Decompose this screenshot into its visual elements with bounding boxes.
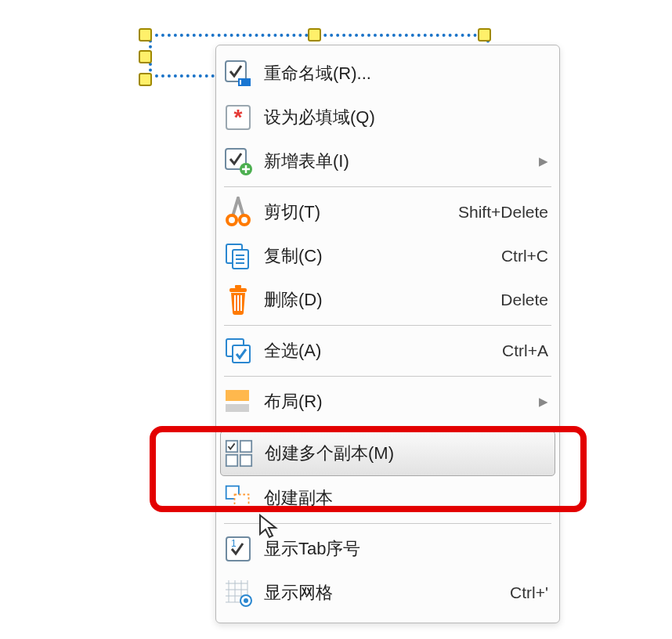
layout-icon	[224, 388, 252, 416]
svg-point-7	[227, 215, 237, 225]
menu-item-copy[interactable]: 复制(C) Ctrl+C	[216, 234, 559, 278]
svg-point-40	[244, 598, 248, 603]
menu-separator	[224, 427, 551, 428]
svg-rect-24	[240, 441, 251, 452]
resize-handle-top-middle[interactable]	[308, 28, 321, 42]
context-menu: 重命名域(R)... * 设为必填域(Q) 新增表单(I) ▶	[215, 45, 560, 623]
resize-handle-top-left[interactable]	[139, 28, 152, 42]
menu-item-show-tab-order[interactable]: 1 显示Tab序号	[216, 527, 559, 571]
resize-handle-bottom-left[interactable]	[139, 73, 152, 86]
menu-label: 剪切(T)	[264, 200, 446, 224]
menu-label: 复制(C)	[264, 244, 490, 268]
selectall-icon	[224, 337, 252, 365]
resize-handle-middle-left[interactable]	[139, 50, 152, 63]
menu-item-show-grid[interactable]: 显示网格 Ctrl+'	[216, 571, 559, 615]
add-form-icon	[224, 147, 252, 175]
menu-item-required[interactable]: * 设为必填域(Q)	[216, 96, 559, 139]
menu-separator	[224, 325, 551, 326]
menu-label: 创建副本	[264, 486, 548, 510]
menu-item-newform[interactable]: 新增表单(I) ▶	[216, 139, 559, 183]
submenu-arrow-icon: ▶	[531, 395, 548, 409]
menu-shortcut: Delete	[500, 291, 548, 309]
menu-label: 设为必填域(Q)	[264, 106, 548, 129]
svg-rect-28	[235, 495, 249, 509]
svg-text:1: 1	[231, 538, 237, 549]
menu-label: 删除(D)	[264, 288, 489, 312]
menu-item-create-copy[interactable]: 创建副本	[216, 476, 559, 520]
svg-rect-26	[240, 455, 251, 466]
checkbox-rename-icon	[224, 60, 252, 88]
menu-shortcut: Shift+Delete	[458, 203, 548, 222]
menu-label: 显示Tab序号	[264, 537, 548, 561]
menu-separator	[224, 523, 551, 524]
menu-separator	[224, 186, 551, 187]
grid-copies-icon	[225, 439, 253, 468]
menu-label: 创建多个副本(M)	[265, 442, 547, 465]
trash-icon	[224, 286, 252, 314]
menu-shortcut: Ctrl+C	[501, 247, 548, 265]
menu-label: 显示网格	[264, 581, 498, 605]
copy-icon	[224, 242, 252, 270]
menu-item-layout[interactable]: 布局(R) ▶	[216, 380, 559, 424]
resize-handle-top-right[interactable]	[478, 28, 491, 42]
menu-item-create-multiple-copies[interactable]: 创建多个副本(M)	[220, 431, 555, 476]
menu-label: 重命名域(R)...	[264, 62, 548, 85]
menu-label: 新增表单(I)	[264, 150, 519, 173]
svg-rect-15	[235, 285, 241, 288]
menu-item-delete[interactable]: 删除(D) Delete	[216, 278, 559, 322]
svg-text:*: *	[234, 105, 243, 129]
svg-rect-25	[226, 455, 237, 466]
tab-order-icon: 1	[224, 535, 252, 563]
submenu-arrow-icon: ▶	[531, 154, 548, 168]
menu-item-selectall[interactable]: 全选(A) Ctrl+A	[216, 329, 559, 373]
svg-rect-22	[226, 404, 249, 412]
svg-rect-2	[240, 80, 241, 85]
scissors-icon	[224, 198, 252, 226]
svg-rect-21	[226, 390, 249, 401]
menu-item-rename[interactable]: 重命名域(R)...	[216, 52, 559, 96]
grid-icon	[224, 579, 252, 607]
menu-separator	[224, 376, 551, 377]
copy-single-icon	[224, 484, 252, 512]
menu-label: 全选(A)	[264, 339, 490, 363]
svg-point-8	[240, 215, 249, 225]
svg-rect-14	[229, 288, 247, 292]
menu-shortcut: Ctrl+A	[502, 341, 548, 360]
menu-shortcut: Ctrl+'	[510, 583, 548, 602]
menu-item-cut[interactable]: 剪切(T) Shift+Delete	[216, 190, 559, 234]
menu-label: 布局(R)	[264, 390, 519, 413]
asterisk-icon: *	[224, 103, 252, 132]
